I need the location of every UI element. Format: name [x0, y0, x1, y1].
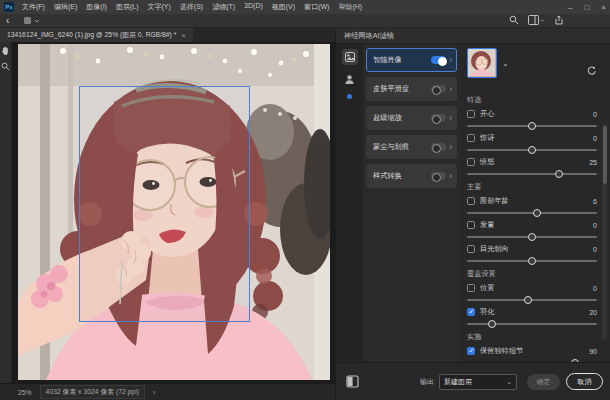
filter-label: 智能肖像: [373, 55, 428, 65]
maximize-button[interactable]: □: [584, 3, 589, 12]
hand-tool-icon[interactable]: [1, 46, 10, 56]
close-button[interactable]: ×: [601, 3, 606, 12]
document-tab[interactable]: 13416124_IMG_6240 (1).jpg @ 25% (图层 0, R…: [0, 28, 193, 42]
face-detection-box[interactable]: [79, 86, 250, 322]
neural-filters-toolbar: [0, 42, 12, 383]
section-header-main: 主要: [467, 182, 597, 192]
chevron-right-icon: ›: [449, 113, 452, 123]
menu-type[interactable]: 文字(Y): [147, 2, 170, 12]
slider[interactable]: [467, 149, 597, 151]
checkbox[interactable]: [467, 158, 475, 166]
checkbox[interactable]: [467, 347, 475, 355]
section-header-apply: 实施: [467, 332, 597, 342]
filter-item-dust-scratches[interactable]: 蒙尘与划痕 ›: [366, 135, 457, 159]
neural-filters-panel: 神经网络AI滤镜 智能肖像 › 皮肤平滑度 › 超级缩放: [335, 28, 610, 400]
slider[interactable]: [467, 125, 597, 127]
slider-knob[interactable]: [528, 233, 536, 241]
checkbox[interactable]: [467, 245, 475, 253]
menu-image[interactable]: 图像(I): [86, 2, 107, 12]
slider-value: 0: [593, 246, 597, 253]
checkbox[interactable]: [467, 110, 475, 118]
slider[interactable]: [467, 173, 597, 175]
checkbox[interactable]: [467, 284, 475, 292]
before-after-preview-icon[interactable]: [346, 375, 359, 388]
checkbox[interactable]: [467, 221, 475, 229]
workspace-switcher-icon[interactable]: [528, 15, 545, 25]
beta-indicator-dot: [347, 94, 352, 99]
slider-row-anger: 愤怒 25: [467, 157, 597, 175]
slider-value: 20: [589, 309, 597, 316]
slider-knob[interactable]: [528, 257, 536, 265]
filter-toggle[interactable]: [431, 172, 446, 180]
scrollbar[interactable]: [602, 124, 607, 340]
share-icon[interactable]: [554, 15, 564, 25]
ok-button[interactable]: 确定: [527, 374, 560, 390]
slider-row-surprise: 惊讶 0: [467, 133, 597, 151]
back-icon[interactable]: ‹: [6, 16, 9, 26]
tab-close-icon[interactable]: ×: [181, 31, 186, 40]
slider[interactable]: [467, 323, 597, 325]
filter-toggle[interactable]: [431, 114, 446, 122]
panel-title: 神经网络AI滤镜: [336, 28, 610, 44]
status-bar: 25% 4032 像素 x 3024 像素 (72 ppi) ›: [0, 383, 335, 400]
chevron-right-icon: ›: [449, 84, 452, 94]
output-dropdown[interactable]: 新建图层 ⌄: [439, 374, 517, 390]
slider-knob[interactable]: [528, 122, 536, 130]
filter-label: 超级缩放: [373, 113, 428, 123]
menu-view[interactable]: 视图(V): [272, 2, 295, 12]
minimize-button[interactable]: –: [568, 3, 572, 12]
checkbox[interactable]: [467, 134, 475, 142]
slider-label: 开心: [480, 109, 588, 119]
slider-knob[interactable]: [524, 296, 532, 304]
zoom-level-field[interactable]: 25%: [18, 389, 32, 396]
slider[interactable]: [467, 299, 597, 301]
document-info: 4032 像素 x 3024 像素 (72 ppi): [40, 385, 145, 399]
preview-settings-icon[interactable]: [23, 16, 40, 25]
menu-3d[interactable]: 3D(D): [244, 2, 263, 12]
filter-label: 蒙尘与划痕: [373, 142, 428, 152]
chevron-right-icon: ›: [449, 55, 452, 65]
checkbox[interactable]: [467, 308, 475, 316]
zoom-tool-icon[interactable]: [1, 62, 10, 71]
menu-file[interactable]: 文件(F): [22, 2, 45, 12]
slider-knob[interactable]: [533, 209, 541, 217]
filter-item-super-zoom[interactable]: 超级缩放 ›: [366, 106, 457, 130]
status-chevron-icon[interactable]: ›: [153, 389, 155, 396]
portrait-category-icon[interactable]: [344, 74, 355, 85]
slider-knob[interactable]: [488, 320, 496, 328]
filter-item-style-transfer[interactable]: 样式转换 ›: [366, 164, 457, 188]
slider-knob[interactable]: [528, 146, 536, 154]
filter-item-skin-smoothing[interactable]: 皮肤平滑度 ›: [366, 77, 457, 101]
menu-window[interactable]: 窗口(W): [304, 2, 329, 12]
filter-category-rail: [336, 44, 363, 362]
section-header-featured: 特选: [467, 95, 597, 105]
menu-filter[interactable]: 滤镜(T): [212, 2, 235, 12]
slider[interactable]: [467, 212, 597, 214]
slider-label: 保留独特细节: [480, 346, 584, 356]
menu-help[interactable]: 帮助(H): [338, 2, 362, 12]
slider[interactable]: [467, 236, 597, 238]
filter-toggle[interactable]: [431, 56, 446, 64]
photo-canvas[interactable]: [18, 44, 330, 380]
menu-layer[interactable]: 图层(L): [116, 2, 139, 12]
thumbnail-dropdown-icon[interactable]: ⌄: [502, 59, 509, 68]
face-thumbnail[interactable]: [467, 48, 497, 78]
filter-toggle[interactable]: [431, 85, 446, 93]
filter-item-smart-portrait[interactable]: 智能肖像 ›: [366, 48, 457, 72]
all-filters-icon[interactable]: [342, 49, 358, 65]
slider[interactable]: [467, 260, 597, 262]
menu-select[interactable]: 选择(S): [180, 2, 203, 12]
slider-row-gaze-direction: 目光朝向 0: [467, 244, 597, 262]
slider-value: 25: [589, 159, 597, 166]
reset-icon[interactable]: [586, 66, 597, 76]
checkbox[interactable]: [467, 197, 475, 205]
cancel-button[interactable]: 取消: [566, 373, 603, 390]
photoshop-logo-icon: Ps: [4, 2, 14, 12]
menu-edit[interactable]: 编辑(E): [54, 2, 77, 12]
document-tab-title: 13416124_IMG_6240 (1).jpg @ 25% (图层 0, R…: [7, 30, 176, 40]
filter-toggle[interactable]: [431, 143, 446, 151]
slider-knob[interactable]: [555, 170, 563, 178]
scrollbar-thumb[interactable]: [603, 126, 607, 184]
canvas-area[interactable]: [12, 42, 335, 383]
search-icon[interactable]: [509, 15, 519, 25]
